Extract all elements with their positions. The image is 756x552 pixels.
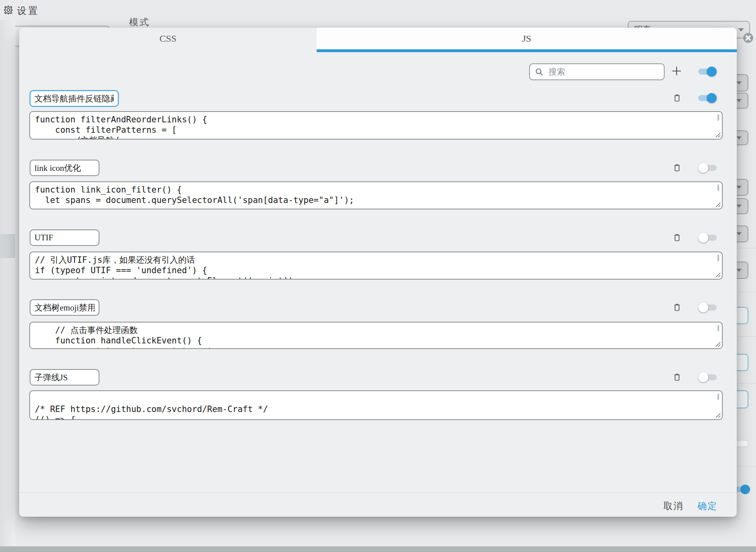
snippet-name-input[interactable]	[30, 369, 99, 386]
trash-icon[interactable]	[672, 162, 682, 173]
window-bottom-edge	[0, 546, 756, 552]
divider	[738, 292, 756, 292]
sidebar-selected-highlight	[0, 234, 15, 258]
snippet-toggle[interactable]	[698, 372, 717, 382]
chevron-down-icon	[736, 136, 742, 140]
toggle-knob	[707, 67, 717, 77]
divider	[738, 383, 756, 384]
confirm-button[interactable]: 确定	[696, 498, 719, 514]
add-snippet-button[interactable]	[670, 65, 683, 77]
background-toggle-knob[interactable]	[740, 485, 750, 494]
tab-css-label: CSS	[160, 33, 177, 44]
chevron-down-icon	[736, 232, 742, 236]
tab-js[interactable]: JS	[317, 28, 737, 49]
snippet-code: function filterAndReorderLinks() { const…	[30, 112, 722, 140]
chevron-down-icon	[736, 204, 742, 208]
toggle-knob	[698, 372, 708, 382]
screen: 设置 模式 明亮	[0, 0, 756, 552]
footer-divider	[19, 492, 737, 493]
snippet-toggle[interactable]	[698, 93, 717, 103]
snippet-code-textarea[interactable]: // 引入UTIF.js库，如果还没有引入的话 if (typeof UTIF …	[29, 252, 723, 280]
snippet-code: // 点击事件处理函数 function handleClickEvent() …	[30, 323, 722, 349]
settings-sidebar	[0, 20, 15, 546]
close-icon[interactable]	[743, 33, 753, 43]
code-snippets-dialog: CSS JS	[19, 28, 737, 517]
snippet-code: /* REF https://github.com/svchord/Rem-Cr…	[30, 391, 722, 420]
mode-label: 模式	[129, 16, 150, 28]
snippet-name-input[interactable]	[30, 229, 99, 246]
active-tab-underline	[317, 49, 737, 52]
scrollbar-thumb[interactable]	[718, 114, 719, 121]
snippet-toggle[interactable]	[698, 233, 717, 243]
chevron-down-icon	[738, 28, 744, 32]
settings-window-title: 设置	[17, 4, 39, 17]
snippet-code: function link_icon_filter() { let spans …	[30, 182, 722, 205]
snippet-search-input[interactable]	[529, 63, 665, 80]
toggle-knob	[707, 93, 717, 103]
resize-handle-icon[interactable]	[715, 272, 721, 278]
snippet-code-textarea[interactable]: function filterAndReorderLinks() { const…	[29, 111, 723, 140]
snippet-name-input[interactable]	[30, 90, 119, 107]
scrollbar-thumb[interactable]	[718, 185, 719, 191]
tab-js-label: JS	[522, 33, 532, 44]
scrollbar-thumb[interactable]	[718, 394, 719, 400]
snippet-code: // 引入UTIF.js库，如果还没有引入的话 if (typeof UTIF …	[30, 252, 722, 280]
trash-icon[interactable]	[672, 93, 682, 103]
resize-handle-icon[interactable]	[715, 412, 721, 418]
resize-handle-icon[interactable]	[715, 201, 721, 208]
snippet-name-input[interactable]	[30, 299, 99, 316]
chevron-down-icon	[736, 99, 742, 103]
resize-handle-icon[interactable]	[715, 132, 721, 138]
resize-handle-icon[interactable]	[715, 341, 721, 347]
chevron-down-icon	[736, 185, 742, 189]
divider	[738, 466, 756, 467]
snippet-toggle[interactable]	[698, 163, 717, 173]
master-js-toggle[interactable]	[698, 67, 717, 77]
divider	[738, 336, 756, 337]
toggle-knob	[698, 233, 708, 243]
snippet-toggle[interactable]	[698, 302, 717, 313]
snippet-code-textarea[interactable]: // 点击事件处理函数 function handleClickEvent() …	[29, 322, 723, 349]
scrollbar-thumb[interactable]	[718, 255, 719, 261]
scrollbar-thumb[interactable]	[718, 325, 719, 331]
cancel-button[interactable]: 取消	[662, 498, 685, 514]
trash-icon[interactable]	[672, 302, 682, 313]
chevron-down-icon	[736, 268, 742, 272]
snippet-name-input[interactable]	[30, 160, 99, 176]
snippet-code-textarea[interactable]: /* REF https://github.com/svchord/Rem-Cr…	[29, 390, 723, 420]
trash-icon[interactable]	[672, 372, 682, 382]
toggle-knob	[698, 163, 708, 173]
toggle-knob	[698, 302, 708, 313]
chevron-down-icon	[736, 81, 742, 85]
tab-css[interactable]: CSS	[19, 28, 317, 49]
trash-icon[interactable]	[672, 232, 682, 243]
gear-icon	[3, 5, 14, 15]
settings-window-titlebar: 设置	[0, 0, 756, 20]
divider	[738, 248, 756, 248]
snippet-code-textarea[interactable]: function link_icon_filter() { let spans …	[29, 181, 723, 209]
